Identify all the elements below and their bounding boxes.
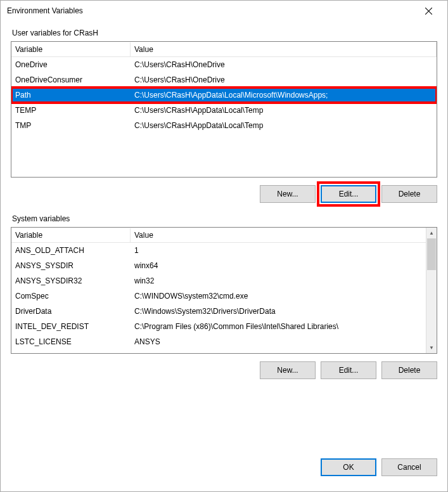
cell-value: C:\Users\CRasH\AppData\Local\Microsoft\W… bbox=[131, 89, 437, 101]
cell-variable: OneDriveConsumer bbox=[11, 74, 131, 86]
table-row[interactable]: TEMP C:\Users\CRasH\AppData\Local\Temp bbox=[11, 103, 437, 118]
user-group-label: User variables for CRasH bbox=[11, 29, 437, 37]
cell-value: C:\Windows\System32\Drivers\DriverData bbox=[131, 305, 437, 318]
cell-variable: ComSpec bbox=[11, 290, 131, 302]
table-row[interactable]: ANSYS_SYSDIR winx64 bbox=[11, 258, 437, 273]
system-group-label: System variables bbox=[11, 214, 437, 223]
window-title: Environment Variables bbox=[7, 6, 83, 15]
user-table-body: OneDrive C:\Users\CRasH\OneDrive OneDriv… bbox=[11, 57, 437, 133]
column-header-variable[interactable]: Variable bbox=[11, 42, 131, 56]
scroll-down-arrow-icon[interactable]: ▼ bbox=[426, 342, 437, 353]
table-row-path[interactable]: Path C:\Users\CRasH\AppData\Local\Micros… bbox=[11, 87, 437, 103]
column-header-value[interactable]: Value bbox=[131, 42, 437, 56]
user-buttons: New... Edit... Delete bbox=[11, 185, 437, 203]
table-row[interactable]: OneDriveConsumer C:\Users\CRasH\OneDrive bbox=[11, 72, 437, 87]
system-buttons: New... Edit... Delete bbox=[11, 361, 437, 379]
system-scrollbar[interactable]: ▲ ▼ bbox=[426, 228, 437, 353]
cell-value: C:\Users\CRasH\OneDrive bbox=[131, 74, 437, 86]
cell-variable: DriverData bbox=[11, 305, 131, 318]
cell-variable: ANSYS_SYSDIR32 bbox=[11, 275, 131, 287]
ok-button[interactable]: OK bbox=[321, 458, 376, 476]
cell-value: C:\Program Files (x86)\Common Files\Inte… bbox=[131, 320, 437, 333]
table-row[interactable]: ANS_OLD_ATTACH 1 bbox=[11, 243, 437, 258]
scroll-up-arrow-icon[interactable]: ▲ bbox=[426, 228, 437, 238]
cell-value: C:\Users\CRasH\OneDrive bbox=[131, 58, 437, 71]
system-edit-button[interactable]: Edit... bbox=[321, 361, 376, 379]
dialog-footer: OK Cancel bbox=[1, 450, 447, 491]
cell-variable: TEMP bbox=[11, 104, 131, 117]
system-variables-group: System variables Variable Value ANS_OLD_… bbox=[11, 214, 437, 379]
table-row[interactable]: TMP C:\Users\CRasH\AppData\Local\Temp bbox=[11, 118, 437, 133]
user-variables-table[interactable]: Variable Value OneDrive C:\Users\CRasH\O… bbox=[11, 41, 437, 178]
system-variables-table[interactable]: Variable Value ANS_OLD_ATTACH 1 ANSYS_SY… bbox=[11, 227, 437, 354]
user-new-button[interactable]: New... bbox=[260, 185, 316, 203]
cell-variable: LSTC_LICENSE bbox=[11, 335, 131, 348]
table-row[interactable]: LSTC_LICENSE ANSYS bbox=[11, 334, 437, 349]
cell-variable: ANSYS_SYSDIR bbox=[11, 259, 131, 272]
user-table-header: Variable Value bbox=[11, 42, 437, 57]
cell-value: win32 bbox=[131, 275, 437, 287]
dialog-content: User variables for CRasH Variable Value … bbox=[1, 21, 447, 450]
cell-value: C:\WINDOWS\system32\cmd.exe bbox=[131, 290, 437, 302]
close-button[interactable] bbox=[416, 2, 441, 20]
cell-value: C:\Users\CRasH\AppData\Local\Temp bbox=[131, 119, 437, 132]
table-row[interactable]: DriverData C:\Windows\System32\Drivers\D… bbox=[11, 304, 437, 319]
cell-value: ANSYS bbox=[131, 335, 437, 348]
cell-variable: Path bbox=[11, 89, 131, 101]
cell-variable: INTEL_DEV_REDIST bbox=[11, 320, 131, 333]
user-delete-button[interactable]: Delete bbox=[381, 185, 437, 203]
close-icon bbox=[425, 8, 432, 15]
table-row[interactable]: INTEL_DEV_REDIST C:\Program Files (x86)\… bbox=[11, 319, 437, 334]
titlebar: Environment Variables bbox=[1, 1, 447, 21]
column-header-value[interactable]: Value bbox=[131, 228, 437, 242]
table-row[interactable]: OneDrive C:\Users\CRasH\OneDrive bbox=[11, 57, 437, 72]
cell-value: 1 bbox=[131, 244, 437, 257]
system-table-header: Variable Value bbox=[11, 228, 437, 243]
system-table-body: ANS_OLD_ATTACH 1 ANSYS_SYSDIR winx64 ANS… bbox=[11, 243, 437, 349]
cancel-button[interactable]: Cancel bbox=[381, 458, 437, 476]
cell-variable: ANS_OLD_ATTACH bbox=[11, 244, 131, 257]
column-header-variable[interactable]: Variable bbox=[11, 228, 131, 242]
table-row[interactable]: ComSpec C:\WINDOWS\system32\cmd.exe bbox=[11, 288, 437, 304]
scroll-thumb[interactable] bbox=[427, 238, 436, 270]
cell-variable: OneDrive bbox=[11, 58, 131, 71]
user-edit-button[interactable]: Edit... bbox=[321, 185, 376, 203]
system-new-button[interactable]: New... bbox=[260, 361, 316, 379]
user-variables-group: User variables for CRasH Variable Value … bbox=[11, 29, 437, 203]
cell-value: winx64 bbox=[131, 259, 437, 272]
system-delete-button[interactable]: Delete bbox=[381, 361, 437, 379]
table-row[interactable]: ANSYS_SYSDIR32 win32 bbox=[11, 273, 437, 288]
cell-value: C:\Users\CRasH\AppData\Local\Temp bbox=[131, 104, 437, 117]
cell-variable: TMP bbox=[11, 119, 131, 132]
